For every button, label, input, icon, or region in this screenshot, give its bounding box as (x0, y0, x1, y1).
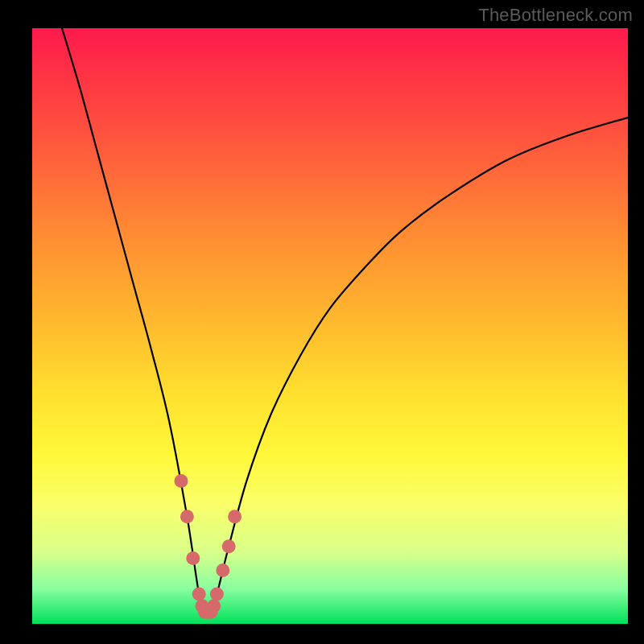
highlight-dot (192, 588, 206, 601)
highlight-dot (186, 551, 200, 565)
highlight-dot (210, 588, 224, 601)
bottleneck-curve (62, 28, 628, 614)
plot-area (32, 28, 628, 624)
chart-svg (32, 28, 628, 624)
highlight-dot (180, 510, 194, 523)
highlight-dots (175, 474, 242, 619)
highlight-dot (207, 599, 221, 613)
highlight-dot (216, 564, 229, 577)
highlight-dot (175, 474, 188, 488)
highlight-dot (222, 539, 236, 553)
outer-frame: TheBottleneck.com (0, 0, 644, 644)
attribution-text: TheBottleneck.com (478, 5, 633, 26)
highlight-dot (228, 510, 242, 523)
